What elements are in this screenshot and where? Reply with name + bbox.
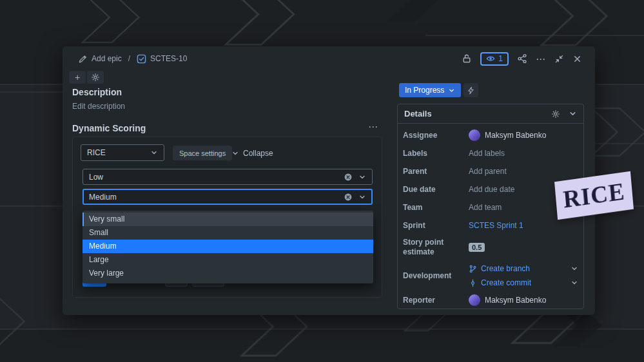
- watch-eye-icon: [486, 54, 495, 63]
- field-label: Parent: [403, 167, 469, 176]
- reporter-value[interactable]: Maksym Babenko: [469, 294, 546, 306]
- scoring-panel: RICE Space settings Collapse Low: [72, 137, 382, 298]
- field-label: Reporter: [403, 296, 469, 305]
- field-assignee: Assignee Maksym Babenko: [403, 126, 578, 144]
- task-type-icon: [137, 54, 146, 64]
- field-parent: Parent Add parent: [403, 162, 578, 180]
- option-very-small[interactable]: Very small: [83, 213, 373, 226]
- field-development: Development Create branch: [403, 260, 578, 291]
- impact-options-listbox: Very small Small Medium Large Very large: [83, 211, 373, 283]
- issue-modal: Add epic / SCTES-10: [63, 46, 595, 315]
- chevron-down-icon: [358, 193, 366, 201]
- add-labels-field[interactable]: Add labels: [469, 149, 505, 158]
- reach-value: Low: [89, 173, 103, 182]
- details-header: Details: [398, 104, 583, 124]
- scoring-more-button[interactable]: ⋯: [368, 121, 378, 133]
- modal-header: Add epic / SCTES-10: [78, 52, 582, 66]
- option-large[interactable]: Large: [83, 253, 373, 267]
- branch-icon: [469, 265, 477, 273]
- share-icon[interactable]: [517, 53, 527, 64]
- impact-value: Medium: [89, 193, 117, 202]
- add-epic-button[interactable]: Add epic: [78, 54, 122, 64]
- field-reporter: Reporter Maksym Babenko: [403, 291, 578, 309]
- reach-select[interactable]: Low: [83, 169, 373, 185]
- field-label: Team: [403, 203, 469, 213]
- more-actions-button[interactable]: ⋯: [536, 54, 546, 64]
- create-branch-link[interactable]: Create branch: [481, 264, 530, 273]
- gear-icon: [91, 73, 100, 82]
- framework-value: RICE: [87, 148, 106, 157]
- description-title: Description: [72, 87, 122, 97]
- chevron-down-icon: [231, 149, 239, 157]
- field-label: Labels: [403, 149, 469, 158]
- automation-button[interactable]: [463, 83, 478, 97]
- breadcrumb-issue-key[interactable]: SCTES-10: [137, 54, 187, 64]
- framework-select[interactable]: RICE: [81, 144, 164, 161]
- add-button[interactable]: +: [69, 71, 86, 84]
- add-team-field[interactable]: Add team: [469, 203, 502, 212]
- plus-icon: +: [75, 72, 80, 82]
- close-icon[interactable]: [572, 54, 582, 64]
- chevron-down-icon: [358, 173, 366, 181]
- option-very-large[interactable]: Very large: [83, 267, 373, 280]
- avatar: [469, 129, 480, 141]
- issue-key-label: SCTES-10: [150, 54, 187, 63]
- chevron-down-icon[interactable]: [571, 265, 578, 272]
- option-small[interactable]: Small: [83, 226, 373, 240]
- add-parent-field[interactable]: Add parent: [469, 167, 507, 176]
- edit-description-field[interactable]: Edit description: [72, 102, 125, 111]
- collapse-button[interactable]: Collapse: [231, 146, 273, 160]
- details-collapse-chevron-icon[interactable]: [569, 110, 577, 118]
- chevron-down-icon[interactable]: [571, 279, 578, 287]
- field-labels: Labels Add labels: [403, 144, 578, 162]
- impact-select[interactable]: Medium: [83, 189, 373, 205]
- field-due-date: Due date Add due date: [403, 180, 578, 198]
- status-label: In Progress: [405, 86, 444, 95]
- clear-icon[interactable]: [344, 173, 353, 182]
- add-due-date-field[interactable]: Add due date: [469, 185, 514, 194]
- edit-icon: [78, 54, 88, 64]
- dynamic-scoring-title: Dynamic Scoring: [72, 123, 146, 133]
- create-commit-link[interactable]: Create commit: [481, 278, 531, 287]
- watch-button[interactable]: 1: [480, 52, 509, 66]
- header-actions: 1 ⋯: [462, 52, 582, 66]
- lock-icon[interactable]: [462, 53, 472, 64]
- collapse-label: Collapse: [243, 149, 273, 158]
- breadcrumb-separator: /: [128, 54, 130, 63]
- lightning-icon: [467, 86, 475, 95]
- reporter-name: Maksym Babenko: [485, 296, 546, 305]
- commit-icon: [469, 279, 477, 287]
- chevron-down-icon: [150, 149, 158, 157]
- status-dropdown[interactable]: In Progress: [399, 83, 461, 97]
- settings-button[interactable]: [87, 71, 104, 84]
- create-branch-row: Create branch: [469, 262, 578, 276]
- space-settings-label: Space settings: [179, 149, 226, 157]
- field-story-points: Story point estimate 0.5: [403, 234, 578, 260]
- assignee-value[interactable]: Maksym Babenko: [469, 129, 546, 141]
- field-sprint: Sprint SCTES Sprint 1: [403, 216, 578, 234]
- story-point-badge[interactable]: 0.5: [469, 243, 485, 252]
- details-title: Details: [404, 109, 432, 119]
- add-epic-label: Add epic: [92, 54, 122, 63]
- field-label: Story point estimate: [403, 238, 469, 257]
- details-gear-icon[interactable]: [551, 110, 560, 119]
- field-team: Team Add team: [403, 198, 578, 216]
- field-label: Assignee: [403, 131, 469, 140]
- minimize-icon[interactable]: [554, 54, 564, 64]
- avatar: [469, 294, 480, 306]
- status-row: In Progress: [399, 83, 478, 97]
- clear-icon[interactable]: [344, 193, 353, 202]
- details-body: Assignee Maksym Babenko Labels Add label…: [398, 124, 583, 309]
- assignee-name: Maksym Babenko: [485, 131, 546, 140]
- field-label: Due date: [403, 185, 469, 195]
- option-medium[interactable]: Medium: [83, 240, 373, 253]
- sprint-link[interactable]: SCTES Sprint 1: [469, 221, 523, 230]
- chevron-down-icon: [448, 87, 455, 94]
- watch-count: 1: [498, 54, 503, 63]
- space-settings-button[interactable]: Space settings: [173, 146, 232, 160]
- rice-sticker-text: RICE: [562, 177, 626, 213]
- create-commit-row: Create commit: [469, 276, 578, 290]
- field-label: Development: [403, 271, 469, 281]
- quick-add-toolbar: +: [69, 71, 104, 84]
- field-label: Sprint: [403, 221, 469, 231]
